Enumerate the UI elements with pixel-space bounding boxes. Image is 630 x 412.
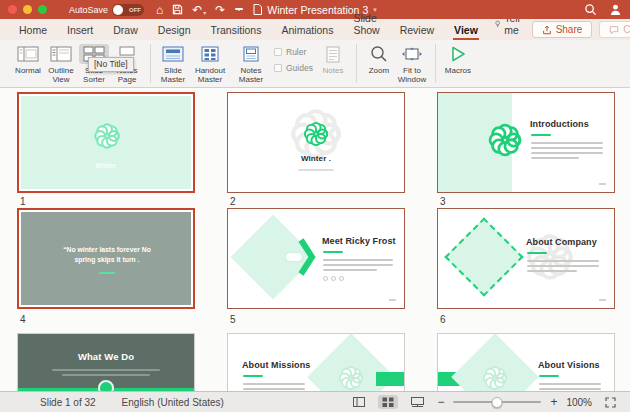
slide-thumbnail-4[interactable]: “No winter lasts forever No spring skips… (17, 208, 195, 309)
tab-transitions[interactable]: Transitions (201, 21, 270, 40)
slide-6-content: About Company (438, 209, 614, 308)
handout-master-button[interactable]: Handout Master (190, 44, 230, 84)
text-line (539, 388, 601, 390)
slide-thumbnail-6[interactable]: About Company (437, 208, 615, 309)
slideshow-statusbar-button[interactable] (407, 395, 428, 409)
outline-view-button[interactable]: Outline View (45, 44, 77, 84)
fit-to-window-button[interactable]: Fit to Window (396, 44, 428, 84)
fit-slide-statusbar-button[interactable] (601, 395, 620, 410)
customize-toolbar-icon[interactable] (234, 8, 243, 11)
comment-icon (609, 25, 619, 35)
slide-thumbnail-5[interactable]: Meet Ricky Frost (227, 208, 405, 309)
slide-7-title: What We Do (18, 351, 194, 362)
slide-9-title: About Visions (538, 360, 600, 370)
handout-master-icon (197, 44, 223, 64)
slide-sorter-canvas[interactable]: Winter 1 Winter . 2 Introductions 3 “No (0, 88, 630, 391)
normal-view-statusbar-button[interactable] (349, 395, 369, 409)
slide-thumbnail-3[interactable]: Introductions (437, 92, 615, 193)
save-icon[interactable] (172, 4, 183, 15)
slide-1-title: Winter (21, 162, 191, 169)
ruler-guides-group: Ruler Guides (274, 47, 313, 73)
slide-counter[interactable]: Slide 1 of 32 (40, 397, 96, 408)
zoom-in-button[interactable]: + (550, 396, 557, 408)
autosave-control: AutoSave OFF (69, 4, 144, 16)
notes-master-label: Notes Master (231, 66, 271, 84)
comments-button[interactable]: Comments (599, 21, 630, 38)
slide-thumbnail-8[interactable]: About Missions (227, 333, 405, 391)
subtitle-line (527, 252, 547, 254)
slide-master-button[interactable]: Slide Master (157, 44, 189, 84)
notes-button[interactable]: Notes (317, 44, 349, 75)
no-title-tooltip: [No Title] (88, 57, 134, 72)
undo-button[interactable]: ↶▾ (192, 4, 206, 16)
guides-checkbox-row[interactable]: Guides (274, 63, 313, 73)
account-person-icon[interactable] (609, 3, 622, 16)
text-line (531, 152, 603, 154)
guides-checkbox[interactable] (274, 64, 282, 72)
slide-5-content: Meet Ricky Frost (228, 209, 404, 308)
ruler-checkbox[interactable] (274, 48, 282, 56)
tab-home[interactable]: Home (10, 21, 56, 40)
status-bar: Slide 1 of 32 English (United States) − … (0, 391, 630, 412)
slide-sorter-statusbar-button[interactable] (378, 395, 398, 409)
maximize-window-button[interactable] (38, 5, 47, 14)
slide-6-title: About Company (526, 237, 597, 247)
slide-thumbnail-7[interactable]: What We Do (17, 333, 195, 391)
dashed-diamond-shape (444, 217, 523, 296)
subtitle-line (243, 375, 263, 377)
flower-icon (482, 117, 528, 163)
language-indicator[interactable]: English (United States) (122, 397, 224, 408)
text-line (323, 269, 377, 271)
home-icon[interactable]: ⌂ (156, 4, 163, 16)
tab-slide-show[interactable]: Slide Show (344, 9, 388, 40)
minimize-window-button[interactable] (23, 5, 32, 14)
zoom-percentage[interactable]: 100% (566, 397, 592, 408)
ruler-checkbox-row[interactable]: Ruler (274, 47, 313, 57)
text-line (52, 369, 160, 371)
tab-animations[interactable]: Animations (272, 21, 342, 40)
text-line (527, 260, 599, 262)
window-controls (8, 5, 47, 14)
slide-7-content: What We Do (18, 334, 194, 391)
slide-4-content: “No winter lasts forever No spring skips… (21, 212, 191, 305)
slide-master-label: Slide Master (157, 66, 189, 84)
text-line (323, 264, 393, 266)
page-number-mark (389, 299, 396, 301)
outline-view-label: Outline View (45, 66, 77, 84)
slide-number-2: 2 (230, 196, 236, 207)
share-button[interactable]: Share (532, 21, 593, 38)
slide-thumbnail-2[interactable]: Winter . (227, 92, 405, 193)
tab-review[interactable]: Review (391, 21, 443, 40)
tab-design[interactable]: Design (149, 21, 200, 40)
slide-4-quote: “No winter lasts forever No spring skips… (55, 245, 159, 265)
quote-attribution-line (99, 272, 115, 274)
zoom-button[interactable]: Zoom (363, 44, 395, 75)
ribbon-view-tab: Normal Outline View Slide Sorter Notes P… (0, 40, 630, 88)
normal-view-button[interactable]: Normal (12, 44, 44, 75)
slide-8-content: About Missions (228, 334, 404, 391)
zoom-slider[interactable] (453, 397, 541, 408)
notes-label: Notes (322, 66, 343, 75)
redo-icon[interactable]: ↷ (215, 4, 225, 16)
zoom-slider-knob[interactable] (492, 397, 503, 408)
notes-master-button[interactable]: Notes Master (231, 44, 271, 84)
flower-watermark-icon (334, 361, 368, 391)
tab-insert[interactable]: Insert (58, 21, 102, 40)
slide-thumbnail-9[interactable]: About Visions (437, 333, 615, 391)
text-line (62, 374, 150, 376)
autosave-toggle[interactable]: OFF (112, 4, 144, 16)
autosave-label: AutoSave (69, 5, 108, 15)
ruler-label: Ruler (286, 47, 306, 57)
close-window-button[interactable] (8, 5, 17, 14)
zoom-out-button[interactable]: − (437, 396, 444, 408)
text-line (539, 383, 601, 385)
tab-view[interactable]: View (445, 21, 487, 40)
search-icon[interactable] (584, 3, 597, 16)
ribbon-divider (356, 44, 357, 83)
slide-thumbnail-1[interactable]: Winter (17, 92, 195, 193)
slide-5-title: Meet Ricky Frost (322, 236, 396, 246)
macros-button[interactable]: Macros (442, 44, 474, 75)
tab-draw[interactable]: Draw (104, 21, 147, 40)
ribbon-tab-bar: Home Insert Draw Design Transitions Anim… (0, 19, 630, 40)
autosave-toggle-knob (113, 5, 123, 15)
